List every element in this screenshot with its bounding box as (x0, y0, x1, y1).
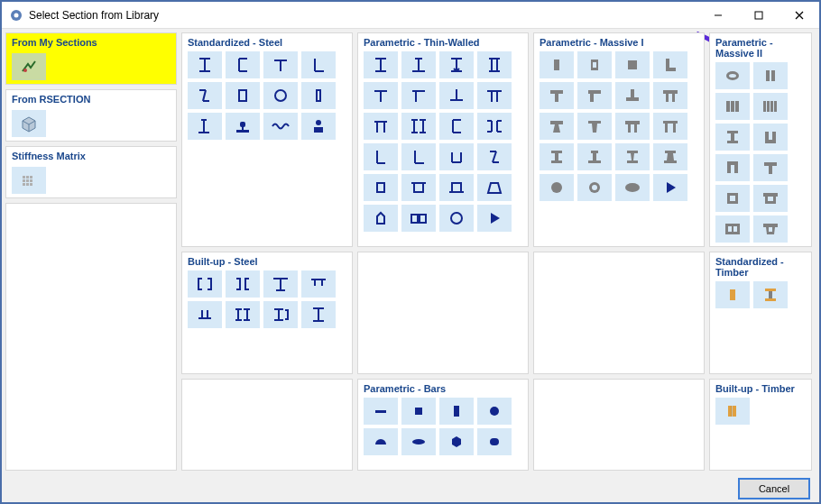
section-timber-i-icon[interactable] (753, 281, 788, 308)
section-hollow-rect-thin-icon[interactable] (364, 174, 398, 201)
section-tee-inv-solid-icon[interactable] (615, 82, 650, 109)
section-box-girder2-massive-icon[interactable] (715, 215, 750, 243)
close-button[interactable] (779, 2, 819, 29)
section-corrugated-icon[interactable] (263, 113, 298, 140)
section-i-built-icon[interactable] (301, 301, 336, 328)
section-double-channel-icon[interactable] (477, 113, 512, 140)
section-double-box-icon[interactable] (401, 205, 436, 232)
section-timber-builtup-icon[interactable] (715, 398, 750, 425)
section-tee-trap-icon[interactable] (540, 113, 574, 140)
section-crane-rail2-icon[interactable] (226, 113, 260, 140)
section-channel-thin-icon[interactable] (439, 113, 474, 140)
section-pi-solid-icon[interactable] (615, 113, 650, 140)
svg-rect-90 (411, 215, 418, 223)
section-flat-icon[interactable] (301, 82, 336, 109)
section-two-bars-icon[interactable] (753, 62, 788, 89)
section-i-split-icon[interactable] (715, 246, 750, 247)
section-channel-icon[interactable] (226, 51, 260, 78)
section-i-haunch-solid-icon[interactable] (615, 143, 650, 170)
my-sections-button[interactable] (12, 53, 46, 80)
section-i-asym-solid-icon[interactable] (577, 143, 612, 170)
section-timber-rect-icon[interactable] (715, 281, 750, 308)
section-i-massive2-icon[interactable] (715, 124, 750, 151)
section-i-plate-icon[interactable] (263, 270, 298, 298)
section-crane-rail-icon[interactable] (188, 113, 222, 140)
section-pi-icon[interactable] (364, 113, 398, 140)
svg-line-81 (493, 151, 496, 162)
section-trapezoid-icon[interactable] (477, 174, 512, 201)
section-i-thin-icon[interactable] (364, 51, 398, 78)
section-double-i-icon[interactable] (401, 113, 436, 140)
section-play-icon[interactable] (477, 205, 512, 232)
section-tee-massive2-icon[interactable] (753, 154, 788, 181)
section-i-cell-icon[interactable] (477, 51, 512, 78)
section-double-channel-in-icon[interactable] (226, 270, 260, 298)
section-box-girder-massive-icon[interactable] (753, 185, 788, 212)
section-i-haunch2-solid-icon[interactable] (653, 143, 687, 170)
section-box-open-massive-icon[interactable] (753, 215, 788, 243)
section-tee-plate-icon[interactable] (188, 301, 222, 328)
section-oval-tube-icon[interactable] (715, 62, 750, 89)
section-box-massive-icon[interactable] (715, 185, 750, 212)
section-hollow-rect-icon[interactable] (226, 82, 260, 109)
panel-title: Stiffness Matrix (12, 151, 171, 161)
section-rect-solid-icon[interactable] (540, 51, 574, 78)
section-z-icon[interactable] (188, 82, 222, 109)
section-multi-bars-icon[interactable] (753, 93, 788, 120)
minimize-button[interactable] (697, 2, 738, 29)
section-bar-hex-icon[interactable] (439, 428, 474, 455)
section-pipe-icon[interactable] (439, 205, 474, 232)
section-bar-flat-icon[interactable] (364, 398, 398, 425)
section-rect-hollow-icon[interactable] (577, 51, 612, 78)
section-hollow-circle-icon[interactable] (263, 82, 298, 109)
section-circle-solid-icon[interactable] (540, 174, 574, 201)
section-l-solid-icon[interactable] (653, 51, 687, 78)
section-i-asym-icon[interactable] (401, 51, 436, 78)
section-doubletee-solid-icon[interactable] (653, 113, 687, 140)
section-open-box-icon[interactable] (439, 143, 474, 170)
section-tee-down-icon[interactable] (439, 82, 474, 109)
section-ring-solid-icon[interactable] (577, 174, 612, 201)
section-i-beam-icon[interactable] (188, 51, 222, 78)
section-bar-halfcircle-icon[interactable] (364, 428, 398, 455)
section-u-massive-icon[interactable] (753, 124, 788, 151)
section-i-channel-icon[interactable] (263, 301, 298, 328)
titlebar: Select Section from Library (2, 2, 819, 29)
cancel-button[interactable]: Cancel (738, 478, 810, 499)
section-box2-icon[interactable] (439, 174, 474, 201)
section-tee-icon[interactable] (263, 51, 298, 78)
section-hat-icon[interactable] (301, 270, 336, 298)
section-tee-asym-solid-icon[interactable] (577, 82, 612, 109)
section-channel-v-icon[interactable] (364, 143, 398, 170)
section-bar-lens-icon[interactable] (401, 428, 436, 455)
section-bar-square-icon[interactable] (401, 398, 436, 425)
section-bar-rect-icon[interactable] (439, 398, 474, 425)
section-i-haunch-icon[interactable] (439, 51, 474, 78)
section-tee-double-icon[interactable] (477, 82, 512, 109)
section-tee-solid-icon[interactable] (540, 82, 574, 109)
section-half-hex-icon[interactable] (364, 205, 398, 232)
section-u-inv-massive-icon[interactable] (715, 154, 750, 181)
section-tee-double-solid-icon[interactable] (653, 82, 687, 109)
section-play-massive-icon[interactable] (653, 174, 687, 201)
section-double-channel-out-icon[interactable] (188, 270, 222, 298)
section-tee-asym-icon[interactable] (401, 82, 436, 109)
section-user-icon[interactable] (301, 113, 336, 140)
section-z-thin-icon[interactable] (477, 143, 512, 170)
section-angle-icon[interactable] (301, 51, 336, 78)
section-box-girder-icon[interactable] (401, 174, 436, 201)
maximize-button[interactable] (738, 2, 779, 29)
section-haunch-tee-icon[interactable] (577, 113, 612, 140)
section-angle-thin-icon[interactable] (401, 143, 436, 170)
section-three-bars-icon[interactable] (715, 93, 750, 120)
section-triple-box-icon[interactable] (753, 246, 788, 247)
section-bar-rounded-icon[interactable] (477, 428, 512, 455)
stiffness-matrix-button[interactable] (12, 167, 46, 194)
section-square-solid-icon[interactable] (615, 51, 650, 78)
section-double-i-built-icon[interactable] (226, 301, 260, 328)
section-i-solid-icon[interactable] (540, 143, 574, 170)
section-tee-thin-icon[interactable] (364, 82, 398, 109)
rsection-button[interactable] (12, 110, 46, 137)
section-ellipse-solid-icon[interactable] (615, 174, 650, 201)
section-bar-round-icon[interactable] (477, 398, 512, 425)
